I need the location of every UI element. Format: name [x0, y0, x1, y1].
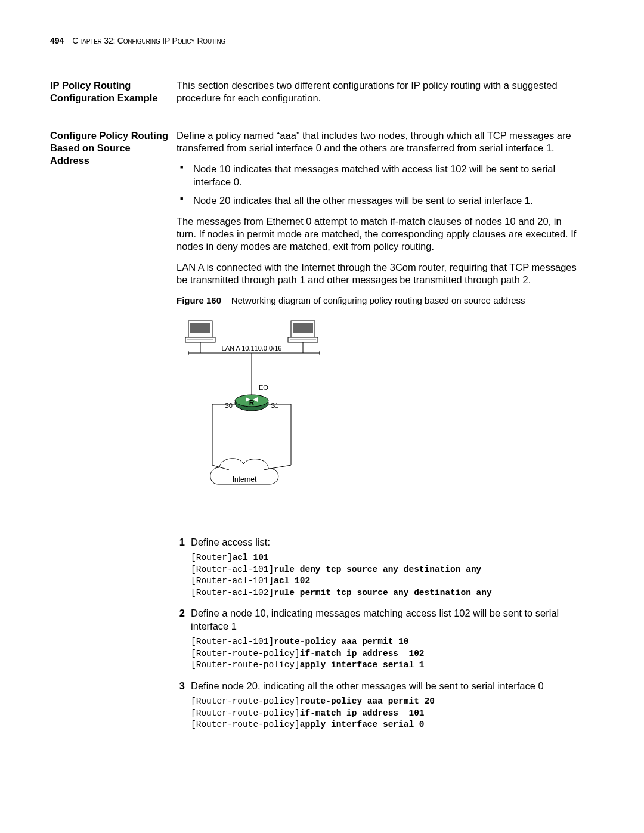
router-label: R — [249, 399, 255, 407]
step-text: Define a node 10, indicating messages ma… — [191, 607, 578, 633]
bullet-item: Node 20 indicates that all the other mes… — [177, 194, 578, 207]
page-number: 494 — [50, 36, 64, 45]
internet-label: Internet — [233, 475, 257, 484]
page: 494 Chapter 32: Configuring IP Policy Ro… — [0, 0, 644, 792]
section-intro: This section describes two different con… — [177, 79, 578, 113]
pc-icon — [185, 321, 215, 342]
section-heading: IP Policy Routing Configuration Example — [50, 79, 169, 113]
step-1: 1 Define access list: [Router]acl 101 [R… — [177, 536, 578, 599]
paragraph-3: LAN A is connected with the Internet thr… — [177, 261, 578, 286]
paragraph-2: The messages from Ethernet 0 attempt to … — [177, 215, 578, 253]
intro-paragraph: This section describes two different con… — [177, 79, 578, 104]
code-block: [Router-route-policy]route-policy aaa pe… — [191, 696, 578, 731]
figure-caption: Figure 160 Networking diagram of configu… — [177, 295, 578, 306]
chapter-title: Chapter 32: Configuring IP Policy Routin… — [72, 36, 225, 45]
network-diagram: LAN A 10.110.0.0/16 EO R S0 S1 — [177, 316, 578, 522]
step-text: Define access list: — [191, 536, 270, 549]
subsection-body: Define a policy named “aaa” that include… — [177, 129, 578, 739]
bullet-item: Node 10 indicates that messages matched … — [177, 163, 578, 188]
subsection-heading: Configure Policy Routing Based on Source… — [50, 129, 169, 739]
step-3: 3 Define node 20, indicating all the oth… — [177, 680, 578, 731]
diagram-svg: LAN A 10.110.0.0/16 EO R S0 S1 — [177, 316, 361, 519]
subsection-row: Configure Policy Routing Based on Source… — [50, 129, 578, 739]
section-intro-row: IP Policy Routing Configuration Example … — [50, 79, 578, 113]
step-2: 2 Define a node 10, indicating messages … — [177, 607, 578, 671]
lan-label: LAN A 10.110.0.0/16 — [222, 345, 282, 352]
running-header: 494 Chapter 32: Configuring IP Policy Ro… — [50, 36, 578, 45]
step-number: 2 — [177, 607, 185, 620]
s1-label: S1 — [271, 402, 278, 409]
step-number: 3 — [177, 680, 185, 692]
svg-rect-5 — [293, 323, 313, 333]
s0-label: S0 — [225, 402, 233, 409]
step-text: Define node 20, indicating all the other… — [191, 680, 544, 692]
code-block: [Router-acl-101]route-policy aaa permit … — [191, 636, 578, 671]
bullet-list: Node 10 indicates that messages matched … — [177, 163, 578, 206]
e0-label: EO — [259, 384, 268, 391]
step-number: 1 — [177, 536, 185, 549]
pc-icon — [288, 321, 318, 342]
paragraph-1: Define a policy named “aaa” that include… — [177, 129, 578, 154]
figure-label: Figure 160 — [177, 295, 221, 305]
section-rule — [50, 73, 578, 73]
figure-caption-text: Networking diagram of configuring policy… — [231, 295, 525, 305]
svg-rect-1 — [190, 323, 210, 333]
code-block: [Router]acl 101 [Router-acl-101]rule den… — [191, 552, 578, 599]
cloud-icon: Internet — [210, 458, 278, 484]
